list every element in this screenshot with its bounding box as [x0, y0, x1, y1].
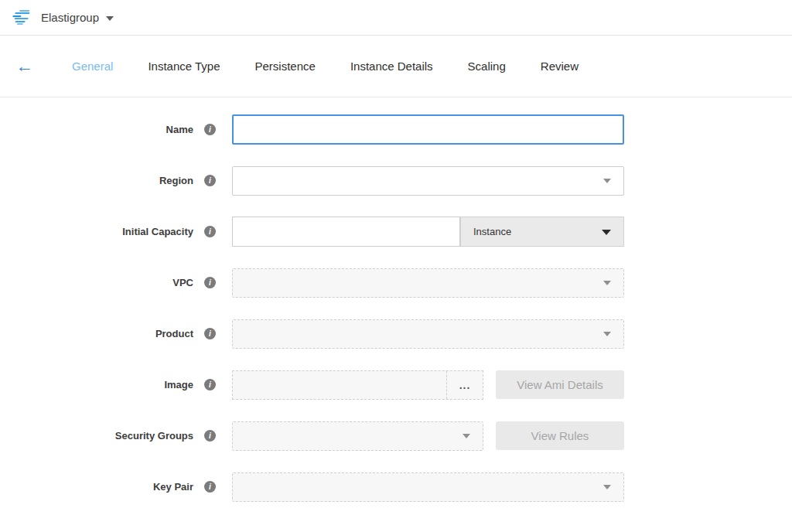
chevron-down-icon [603, 485, 611, 489]
info-icon[interactable]: i [204, 379, 216, 390]
tab-general[interactable]: General [72, 60, 113, 73]
wizard-tabs: General Instance Type Persistence Instan… [72, 60, 613, 73]
info-icon[interactable]: i [204, 430, 216, 442]
capacity-unit-select[interactable]: Instance [460, 217, 624, 247]
vpc-row: VPC i [0, 268, 792, 298]
security-groups-select [232, 421, 483, 451]
view-ami-details-button[interactable]: View Ami Details [496, 370, 624, 399]
key-pair-row: Key Pair i [0, 472, 792, 502]
name-row: Name i [0, 114, 792, 145]
chevron-down-icon [603, 179, 611, 183]
browse-ellipsis-button: ... [446, 371, 483, 399]
info-icon[interactable]: i [204, 328, 216, 339]
key-pair-select [232, 472, 624, 502]
info-icon[interactable]: i [204, 481, 216, 493]
info-icon[interactable]: i [204, 124, 216, 135]
info-icon[interactable]: i [204, 226, 216, 237]
chevron-down-icon [602, 230, 611, 235]
chevron-down-icon[interactable] [106, 16, 114, 21]
image-row: Image i ... View Ami Details [0, 370, 792, 400]
wizard-tab-bar: ← General Instance Type Persistence Inst… [0, 36, 792, 97]
tab-scaling[interactable]: Scaling [468, 60, 506, 73]
image-label: Image [0, 379, 193, 390]
chevron-down-icon [603, 281, 611, 285]
view-rules-button[interactable]: View Rules [496, 421, 624, 450]
app-switcher-title[interactable]: Elastigroup [41, 11, 99, 24]
initial-capacity-input[interactable] [232, 217, 460, 247]
info-icon[interactable]: i [204, 175, 216, 186]
key-pair-label: Key Pair [0, 481, 193, 493]
top-bar: Elastigroup [0, 0, 792, 36]
tab-review[interactable]: Review [541, 60, 579, 73]
chevron-down-icon [603, 332, 611, 336]
region-label: Region [0, 175, 193, 186]
region-select[interactable] [232, 166, 624, 196]
product-row: Product i [0, 319, 792, 349]
elastigroup-logo-icon [11, 10, 34, 25]
security-groups-row: Security Groups i View Rules [0, 421, 792, 451]
product-select [232, 319, 624, 349]
capacity-unit-value: Instance [473, 226, 511, 237]
initial-capacity-row: Initial Capacity i Instance [0, 217, 792, 247]
security-groups-label: Security Groups [0, 430, 193, 442]
image-input: ... [232, 370, 483, 400]
vpc-select [232, 268, 624, 298]
tab-instance-type[interactable]: Instance Type [148, 60, 220, 73]
image-input-value [233, 371, 446, 399]
chevron-down-icon [463, 434, 470, 438]
initial-capacity-label: Initial Capacity [0, 226, 193, 237]
name-label: Name [0, 124, 193, 135]
vpc-label: VPC [0, 277, 193, 288]
region-row: Region i [0, 165, 792, 196]
tab-persistence[interactable]: Persistence [255, 60, 316, 73]
name-input[interactable] [232, 114, 624, 145]
product-label: Product [0, 328, 193, 339]
tab-instance-details[interactable]: Instance Details [350, 60, 433, 73]
back-arrow-icon[interactable]: ← [15, 57, 33, 75]
info-icon[interactable]: i [204, 277, 216, 288]
general-settings-form: Name i Region i Initial Capacity i Insta… [0, 97, 792, 502]
